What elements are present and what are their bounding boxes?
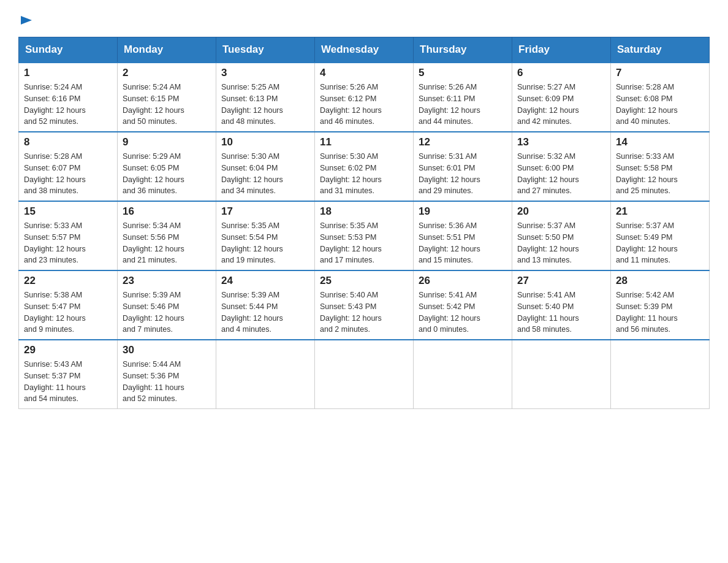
calendar-day-cell: 11Sunrise: 5:30 AMSunset: 6:02 PMDayligh… — [315, 132, 414, 201]
day-info: Sunrise: 5:34 AMSunset: 5:56 PMDaylight:… — [123, 220, 211, 266]
calendar-day-cell — [315, 340, 414, 409]
day-info: Sunrise: 5:35 AMSunset: 5:53 PMDaylight:… — [320, 220, 408, 266]
day-info: Sunrise: 5:28 AMSunset: 6:07 PMDaylight:… — [24, 151, 112, 197]
calendar-day-cell: 26Sunrise: 5:41 AMSunset: 5:42 PMDayligh… — [414, 270, 512, 340]
day-info: Sunrise: 5:26 AMSunset: 6:12 PMDaylight:… — [320, 82, 408, 128]
calendar-day-cell: 29Sunrise: 5:43 AMSunset: 5:37 PMDayligh… — [19, 340, 118, 409]
logo-arrow-icon — [20, 13, 33, 27]
day-number: 30 — [123, 344, 211, 356]
day-info: Sunrise: 5:30 AMSunset: 6:04 PMDaylight:… — [221, 151, 309, 197]
day-number: 13 — [517, 136, 605, 148]
day-info: Sunrise: 5:40 AMSunset: 5:43 PMDaylight:… — [320, 289, 408, 335]
calendar-week-row: 1Sunrise: 5:24 AMSunset: 6:16 PMDaylight… — [19, 63, 710, 132]
calendar-day-cell — [611, 340, 710, 409]
day-number: 10 — [221, 136, 309, 148]
day-number: 20 — [517, 205, 605, 218]
day-number: 1 — [24, 67, 112, 79]
calendar-day-cell: 12Sunrise: 5:31 AMSunset: 6:01 PMDayligh… — [414, 132, 512, 201]
calendar-day-header: Saturday — [611, 37, 710, 63]
day-info: Sunrise: 5:27 AMSunset: 6:09 PMDaylight:… — [517, 82, 605, 128]
calendar-day-cell: 18Sunrise: 5:35 AMSunset: 5:53 PMDayligh… — [315, 201, 414, 270]
calendar-day-cell: 7Sunrise: 5:28 AMSunset: 6:08 PMDaylight… — [611, 63, 710, 132]
day-number: 11 — [320, 136, 408, 148]
calendar-day-cell: 2Sunrise: 5:24 AMSunset: 6:15 PMDaylight… — [118, 63, 216, 132]
day-number: 2 — [123, 67, 211, 79]
calendar-day-cell: 17Sunrise: 5:35 AMSunset: 5:54 PMDayligh… — [216, 201, 315, 270]
calendar-day-cell — [414, 340, 512, 409]
svg-marker-0 — [21, 16, 32, 25]
day-number: 9 — [123, 136, 211, 148]
calendar-day-cell: 4Sunrise: 5:26 AMSunset: 6:12 PMDaylight… — [315, 63, 414, 132]
day-number: 25 — [320, 275, 408, 287]
calendar-day-cell: 28Sunrise: 5:42 AMSunset: 5:39 PMDayligh… — [611, 270, 710, 340]
calendar-day-cell: 10Sunrise: 5:30 AMSunset: 6:04 PMDayligh… — [216, 132, 315, 201]
day-info: Sunrise: 5:32 AMSunset: 6:00 PMDaylight:… — [517, 151, 605, 197]
day-number: 4 — [320, 67, 408, 79]
day-info: Sunrise: 5:24 AMSunset: 6:16 PMDaylight:… — [24, 82, 112, 128]
day-number: 28 — [616, 275, 704, 287]
day-number: 29 — [24, 344, 112, 356]
day-info: Sunrise: 5:37 AMSunset: 5:50 PMDaylight:… — [517, 220, 605, 266]
day-number: 3 — [221, 67, 309, 79]
calendar-day-cell: 19Sunrise: 5:36 AMSunset: 5:51 PMDayligh… — [414, 201, 512, 270]
calendar-day-cell: 22Sunrise: 5:38 AMSunset: 5:47 PMDayligh… — [19, 270, 118, 340]
calendar-day-cell: 1Sunrise: 5:24 AMSunset: 6:16 PMDaylight… — [19, 63, 118, 132]
day-info: Sunrise: 5:37 AMSunset: 5:49 PMDaylight:… — [616, 220, 704, 266]
day-info: Sunrise: 5:31 AMSunset: 6:01 PMDaylight:… — [419, 151, 507, 197]
day-number: 15 — [24, 205, 112, 218]
day-number: 18 — [320, 205, 408, 218]
day-number: 24 — [221, 275, 309, 287]
day-number: 14 — [616, 136, 704, 148]
calendar-week-row: 8Sunrise: 5:28 AMSunset: 6:07 PMDaylight… — [19, 132, 710, 201]
calendar-day-header: Wednesday — [315, 37, 414, 63]
day-info: Sunrise: 5:38 AMSunset: 5:47 PMDaylight:… — [24, 289, 112, 335]
calendar-day-cell: 24Sunrise: 5:39 AMSunset: 5:44 PMDayligh… — [216, 270, 315, 340]
calendar-day-header: Friday — [512, 37, 611, 63]
logo — [18, 12, 33, 25]
day-number: 5 — [419, 67, 507, 79]
calendar-day-header: Tuesday — [216, 37, 315, 63]
day-info: Sunrise: 5:28 AMSunset: 6:08 PMDaylight:… — [616, 82, 704, 128]
day-number: 17 — [221, 205, 309, 218]
day-info: Sunrise: 5:41 AMSunset: 5:42 PMDaylight:… — [419, 289, 507, 335]
calendar-table: SundayMondayTuesdayWednesdayThursdayFrid… — [18, 37, 710, 409]
calendar-day-cell: 16Sunrise: 5:34 AMSunset: 5:56 PMDayligh… — [118, 201, 216, 270]
day-info: Sunrise: 5:29 AMSunset: 6:05 PMDaylight:… — [123, 151, 211, 197]
calendar-day-cell: 20Sunrise: 5:37 AMSunset: 5:50 PMDayligh… — [512, 201, 611, 270]
day-info: Sunrise: 5:33 AMSunset: 5:58 PMDaylight:… — [616, 151, 704, 197]
day-number: 22 — [24, 275, 112, 287]
day-number: 19 — [419, 205, 507, 218]
day-info: Sunrise: 5:25 AMSunset: 6:13 PMDaylight:… — [221, 82, 309, 128]
day-info: Sunrise: 5:42 AMSunset: 5:39 PMDaylight:… — [616, 289, 704, 335]
calendar-day-header: Thursday — [414, 37, 512, 63]
day-number: 6 — [517, 67, 605, 79]
calendar-day-header: Monday — [118, 37, 216, 63]
day-number: 21 — [616, 205, 704, 218]
day-number: 8 — [24, 136, 112, 148]
calendar-day-cell: 13Sunrise: 5:32 AMSunset: 6:00 PMDayligh… — [512, 132, 611, 201]
calendar-day-cell — [216, 340, 315, 409]
calendar-day-cell: 8Sunrise: 5:28 AMSunset: 6:07 PMDaylight… — [19, 132, 118, 201]
page-header — [18, 12, 710, 25]
calendar-header-row: SundayMondayTuesdayWednesdayThursdayFrid… — [19, 37, 710, 63]
calendar-day-header: Sunday — [19, 37, 118, 63]
day-info: Sunrise: 5:26 AMSunset: 6:11 PMDaylight:… — [419, 82, 507, 128]
calendar-day-cell: 23Sunrise: 5:39 AMSunset: 5:46 PMDayligh… — [118, 270, 216, 340]
calendar-day-cell: 25Sunrise: 5:40 AMSunset: 5:43 PMDayligh… — [315, 270, 414, 340]
calendar-day-cell: 27Sunrise: 5:41 AMSunset: 5:40 PMDayligh… — [512, 270, 611, 340]
calendar-day-cell: 5Sunrise: 5:26 AMSunset: 6:11 PMDaylight… — [414, 63, 512, 132]
calendar-day-cell: 6Sunrise: 5:27 AMSunset: 6:09 PMDaylight… — [512, 63, 611, 132]
day-info: Sunrise: 5:39 AMSunset: 5:44 PMDaylight:… — [221, 289, 309, 335]
day-number: 16 — [123, 205, 211, 218]
calendar-day-cell: 30Sunrise: 5:44 AMSunset: 5:36 PMDayligh… — [118, 340, 216, 409]
calendar-week-row: 29Sunrise: 5:43 AMSunset: 5:37 PMDayligh… — [19, 340, 710, 409]
day-number: 26 — [419, 275, 507, 287]
day-number: 27 — [517, 275, 605, 287]
day-info: Sunrise: 5:24 AMSunset: 6:15 PMDaylight:… — [123, 82, 211, 128]
day-number: 23 — [123, 275, 211, 287]
day-info: Sunrise: 5:44 AMSunset: 5:36 PMDaylight:… — [123, 359, 211, 405]
calendar-day-cell: 15Sunrise: 5:33 AMSunset: 5:57 PMDayligh… — [19, 201, 118, 270]
calendar-day-cell: 21Sunrise: 5:37 AMSunset: 5:49 PMDayligh… — [611, 201, 710, 270]
calendar-day-cell: 3Sunrise: 5:25 AMSunset: 6:13 PMDaylight… — [216, 63, 315, 132]
calendar-day-cell: 9Sunrise: 5:29 AMSunset: 6:05 PMDaylight… — [118, 132, 216, 201]
